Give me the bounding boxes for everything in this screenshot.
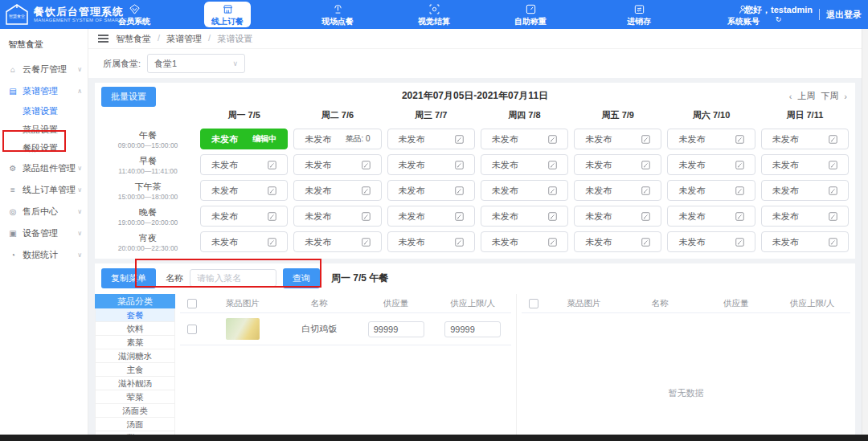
refresh-icon[interactable]: ↻ <box>776 14 782 24</box>
sidebar-subitem-mealtime-settings[interactable]: 餐段设置 <box>0 139 88 157</box>
logout-link[interactable]: 退出登录 <box>826 9 862 21</box>
menu-cell-r3c5[interactable]: 未发布 <box>667 206 755 227</box>
edit-icon[interactable] <box>829 212 837 221</box>
next-week-link[interactable]: 下周 <box>821 90 838 102</box>
menu-cell-r2c0[interactable]: 未发布 <box>200 180 288 201</box>
menu-cell-r0c1[interactable]: 未发布菜品: 0 <box>293 129 381 149</box>
edit-icon[interactable] <box>455 212 464 221</box>
menu-cell-r2c4[interactable]: 未发布 <box>574 180 661 201</box>
menu-cell-r4c2[interactable]: 未发布 <box>387 231 475 252</box>
edit-icon[interactable] <box>268 212 276 221</box>
menu-cell-r3c6[interactable]: 未发布 <box>761 206 849 227</box>
nav-item-onsite-ordering[interactable]: 现场点餐 <box>321 2 354 27</box>
edit-icon[interactable] <box>548 212 557 221</box>
copy-menu-button[interactable]: 复制菜单 <box>101 268 156 288</box>
menu-cell-r2c5[interactable]: 未发布 <box>667 180 755 201</box>
edit-icon[interactable] <box>735 135 744 144</box>
breadcrumb-item[interactable]: 菜谱管理 <box>166 33 202 45</box>
edit-icon[interactable] <box>735 212 744 221</box>
horizontal-scrollbar[interactable] <box>0 435 868 441</box>
category-item[interactable]: 滋补靓汤 <box>95 377 175 390</box>
category-item[interactable]: 汤面 <box>95 418 175 431</box>
menu-cell-r0c2[interactable]: 未发布 <box>387 129 475 149</box>
edit-icon[interactable] <box>455 135 464 144</box>
nav-item-visual-checkout[interactable]: 视觉结算 <box>418 2 450 27</box>
menu-cell-r4c4[interactable]: 未发布 <box>574 231 661 252</box>
edit-icon[interactable] <box>735 238 744 247</box>
supply-input[interactable] <box>368 321 424 337</box>
edit-icon[interactable] <box>362 212 371 221</box>
menu-cell-r4c6[interactable]: 未发布 <box>761 231 849 252</box>
sidebar-item-recipe-mgmt[interactable]: ▤菜谱管理∧ <box>0 80 88 102</box>
nav-item-online-ordering[interactable]: 线上订餐 <box>204 2 251 27</box>
edit-icon[interactable] <box>268 161 276 169</box>
edit-icon[interactable] <box>829 135 837 144</box>
edit-icon[interactable] <box>829 186 837 195</box>
menu-cell-r2c2[interactable]: 未发布 <box>387 180 475 201</box>
sidebar-item-cloud-restaurant[interactable]: ⌂云餐厅管理∨ <box>0 59 88 80</box>
menu-cell-r1c3[interactable]: 未发布 <box>481 154 568 175</box>
sidebar-item-data-statistics[interactable]: ◔数据统计∨ <box>0 244 88 266</box>
menu-cell-r1c2[interactable]: 未发布 <box>387 154 475 175</box>
nav-item-inventory[interactable]: 进销存 <box>627 2 651 27</box>
edit-icon[interactable] <box>641 161 650 169</box>
edit-icon[interactable] <box>548 135 557 144</box>
edit-icon[interactable] <box>268 238 276 247</box>
menu-cell-r0c0[interactable]: 未发布编辑中 <box>200 129 288 149</box>
edit-icon[interactable] <box>455 238 464 247</box>
menu-cell-r4c5[interactable]: 未发布 <box>667 231 755 252</box>
edit-icon[interactable] <box>735 161 744 169</box>
edit-icon[interactable] <box>455 161 464 169</box>
edit-icon[interactable] <box>362 161 371 169</box>
menu-cell-r0c6[interactable]: 未发布 <box>761 129 849 149</box>
edit-icon[interactable] <box>548 161 557 169</box>
menu-cell-r4c0[interactable]: 未发布 <box>200 231 288 252</box>
vertical-scrollbar[interactable] <box>862 29 868 435</box>
edit-icon[interactable] <box>548 238 557 247</box>
edit-icon[interactable] <box>641 135 650 144</box>
edit-icon[interactable] <box>641 186 650 195</box>
sidebar-item-dish-components[interactable]: ⚙菜品组件管理∨ <box>0 157 88 179</box>
nav-item-member-system[interactable]: 会员系统 <box>118 2 150 27</box>
menu-cell-r4c1[interactable]: 未发布 <box>293 231 381 252</box>
menu-cell-r1c4[interactable]: 未发布 <box>574 154 661 175</box>
nav-item-self-weighing[interactable]: 自助称重 <box>514 2 547 27</box>
edit-icon[interactable] <box>735 186 744 195</box>
menu-cell-r1c6[interactable]: 未发布 <box>761 154 849 175</box>
menu-cell-r3c0[interactable]: 未发布 <box>200 206 288 227</box>
prev-week-link[interactable]: 上周 <box>797 90 815 102</box>
menu-cell-r2c3[interactable]: 未发布 <box>481 180 568 201</box>
sidebar-subitem-dish-settings[interactable]: 菜品设置 <box>0 120 88 139</box>
category-item[interactable]: 素菜 <box>95 336 175 349</box>
user-greeting-block[interactable]: 您好，testadmin ↻ <box>744 5 813 24</box>
sidebar-item-device-mgmt[interactable]: ▣设备管理∨ <box>0 223 88 244</box>
sidebar-item-online-order-mgmt[interactable]: ≡线上订单管理∨ <box>0 179 88 201</box>
menu-cell-r0c3[interactable]: 未发布 <box>481 129 568 149</box>
canteen-select[interactable]: 食堂1 ∨ <box>147 54 245 73</box>
category-item[interactable]: 汤面类 <box>95 404 175 418</box>
menu-cell-r4c3[interactable]: 未发布 <box>481 231 568 252</box>
select-all-checkbox[interactable] <box>187 299 197 308</box>
menu-cell-r1c5[interactable]: 未发布 <box>667 154 755 175</box>
menu-cell-r3c4[interactable]: 未发布 <box>574 206 661 227</box>
edit-icon[interactable] <box>641 212 650 221</box>
category-item[interactable]: 滋润糖水 <box>95 349 175 363</box>
row-checkbox[interactable] <box>187 325 197 334</box>
category-item[interactable]: 主食 <box>95 363 175 377</box>
category-item[interactable]: 套餐 <box>95 308 175 322</box>
edit-icon[interactable] <box>455 186 464 195</box>
menu-cell-r3c3[interactable]: 未发布 <box>481 206 568 227</box>
menu-cell-r1c0[interactable]: 未发布 <box>200 154 288 175</box>
menu-cell-r2c6[interactable]: 未发布 <box>761 180 849 201</box>
menu-cell-r1c1[interactable]: 未发布 <box>293 154 381 175</box>
category-item[interactable]: 荤菜 <box>95 390 175 404</box>
edit-icon[interactable] <box>362 186 371 195</box>
edit-icon[interactable] <box>268 186 276 195</box>
edit-icon[interactable] <box>829 161 837 169</box>
menu-cell-r2c1[interactable]: 未发布 <box>293 180 381 201</box>
category-item[interactable]: 饮料 <box>95 322 175 336</box>
sidebar-subitem-recipe-settings[interactable]: 菜谱设置 <box>0 102 88 120</box>
edit-icon[interactable] <box>548 186 557 195</box>
search-button[interactable]: 查询 <box>283 268 320 288</box>
menu-cell-r0c5[interactable]: 未发布 <box>667 129 755 149</box>
